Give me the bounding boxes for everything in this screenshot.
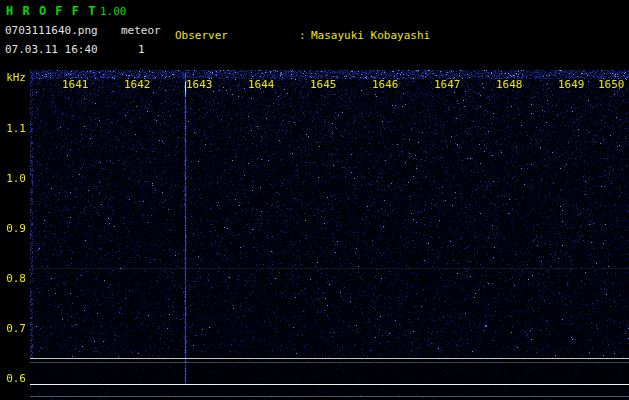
event-count: 1 [138, 43, 145, 56]
app-title: H R O F F T [6, 4, 96, 18]
info-row-observer: Observer:Masayuki Kobayashi [175, 29, 622, 43]
mode-label: meteor [121, 24, 161, 37]
freq-tick: 1.1 [0, 122, 26, 135]
info-label: Observer [175, 29, 299, 43]
freq-tick: 0.9 [0, 222, 26, 235]
info-value: Masayuki Kobayashi [311, 29, 430, 43]
output-filename: 0703111640.png [5, 24, 98, 37]
info-colon: : [299, 29, 307, 43]
app-version: 1.00 [100, 5, 127, 18]
freq-tick: 1.0 [0, 172, 26, 185]
datetime-label: 07.03.11 16:40 [5, 43, 98, 56]
spectrogram-canvas [30, 70, 629, 400]
freq-tick: 0.7 [0, 322, 26, 335]
freq-unit-label: kHz [0, 71, 26, 84]
freq-tick: 0.6 [0, 372, 26, 385]
freq-tick: 0.8 [0, 272, 26, 285]
hrofft-screen: H R O F F T 1.00 0703111640.png meteor 0… [0, 0, 629, 400]
